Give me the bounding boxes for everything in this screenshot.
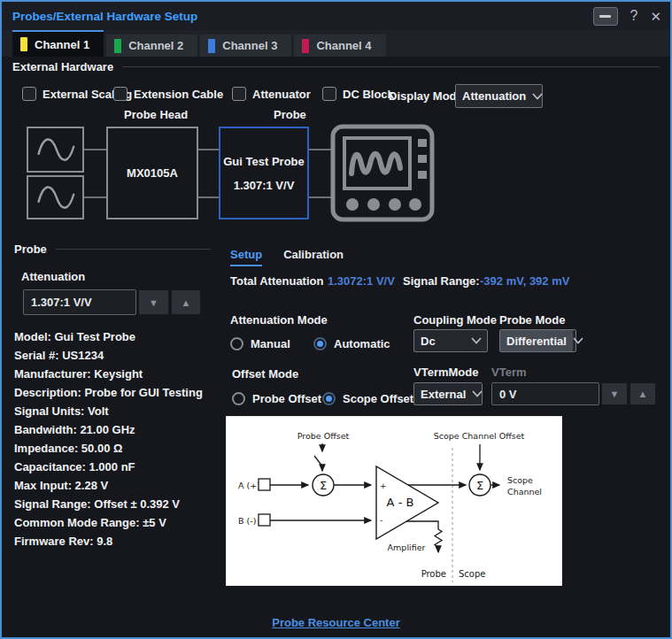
tab-channel-2-label: Channel 2: [128, 39, 183, 52]
attenuation-field[interactable]: 1.307:1 V/V: [23, 289, 136, 315]
close-button[interactable]: ✕: [650, 10, 661, 23]
window-controls: ? ✕: [593, 7, 661, 26]
help-button[interactable]: ?: [630, 9, 638, 23]
dialog-title: Probes/External Hardware Setup: [12, 10, 197, 23]
channel-2-color-chip: [114, 39, 121, 53]
minus-terminal: -: [380, 516, 382, 525]
signal-source-2: [27, 175, 84, 219]
channel-tabstrip: Channel 1 Channel 2 Channel 3 Channel 4: [2, 30, 670, 57]
minimize-button[interactable]: [593, 7, 618, 26]
vterm-spinner: 0 V ▼ ▲: [491, 382, 656, 405]
plus-terminal: +: [380, 481, 387, 490]
external-scaling-checkbox[interactable]: [22, 87, 36, 101]
vterm-decrement-button[interactable]: ▼: [601, 382, 628, 405]
attenuation-label: Attenuation: [21, 270, 85, 283]
probe-box[interactable]: Gui Test Probe 1.307:1 V/V: [219, 127, 309, 219]
chevron-down-icon: [466, 330, 487, 351]
chevron-down-icon: [472, 383, 483, 404]
dc-block-checkbox[interactable]: [322, 87, 336, 101]
channel-1-color-chip: [20, 37, 27, 51]
probe-offset-label: Probe Offset: [252, 392, 321, 405]
sigma-symbol: Σ: [320, 479, 327, 492]
chevron-down-icon: [532, 85, 543, 107]
region-scope-label: Scope: [459, 569, 485, 579]
probe-info-panel: Probe Attenuation 1.307:1 V/V ▼ ▲ Model:…: [12, 243, 212, 256]
info-common-mode-range: Common Mode Range: ±5 V: [14, 513, 203, 532]
tab-setup[interactable]: Setup: [230, 248, 262, 266]
info-bandwidth: Bandwidth: 21.00 GHz: [14, 420, 203, 439]
probe-resource-center-link[interactable]: Probe Resource Center: [272, 616, 400, 629]
attenuator-checkbox[interactable]: [232, 87, 246, 101]
oscilloscope-icon: [329, 124, 442, 223]
probe-head-model: MX0105A: [127, 166, 178, 180]
checkbox-dc-block[interactable]: DC Block: [322, 87, 394, 101]
info-signal-units: Signal Units: Volt: [14, 402, 203, 420]
probe-section-header: Probe: [14, 243, 211, 256]
tab-channel-4-label: Channel 4: [316, 39, 371, 52]
total-attenuation-label: Total Attenuation: [230, 274, 323, 288]
vterm-mode-dropdown[interactable]: External: [413, 382, 483, 405]
probe-mode-label: Probe Mode: [499, 313, 565, 327]
titlebar: Probes/External Hardware Setup ? ✕: [2, 2, 670, 30]
probe-info-list: Model: Gui Test Probe Serial #: US1234 M…: [14, 327, 203, 550]
probe-head-label: Probe Head: [124, 108, 188, 121]
input-a-label: A (+): [238, 481, 260, 490]
sine-wave-icon: [33, 179, 79, 216]
manual-label: Manual: [251, 337, 290, 350]
coupling-mode-dropdown[interactable]: Dc: [413, 329, 488, 352]
probe-mode-value: Differential: [500, 330, 573, 351]
tab-channel-2[interactable]: Channel 2: [106, 35, 197, 57]
scope-channel-caption-2: Channel: [507, 487, 542, 497]
info-model: Model: Gui Test Probe: [14, 327, 203, 346]
coupling-mode-label: Coupling Mode: [413, 313, 497, 327]
checkbox-attenuator[interactable]: Attenuator: [232, 87, 311, 101]
tab-channel-3[interactable]: Channel 3: [200, 35, 291, 57]
display-mode-label: Display Mode: [389, 89, 463, 103]
radio-automatic[interactable]: Automatic: [313, 337, 390, 350]
scope-offset-radio-circle: [322, 392, 336, 405]
connector: [198, 149, 219, 150]
vterm-field[interactable]: 0 V: [491, 382, 599, 405]
tab-channel-4[interactable]: Channel 4: [294, 35, 385, 57]
probe-offset-radio-circle: [232, 392, 245, 405]
display-mode-dropdown[interactable]: Attenuation: [455, 84, 543, 108]
radio-probe-offset[interactable]: Probe Offset: [232, 392, 321, 405]
signal-range-value: -392 mV, 392 mV: [480, 274, 569, 288]
probe-label: Probe: [274, 108, 306, 121]
info-description: Description: Probe for GUI Testing: [14, 383, 203, 402]
manual-radio-circle: [230, 337, 243, 350]
probe-mode-dropdown[interactable]: Differential: [499, 329, 576, 352]
coupling-mode-value: Dc: [414, 330, 466, 351]
divider: [122, 66, 660, 67]
input-b-label: B (-): [238, 516, 256, 526]
tab-channel-1[interactable]: Channel 1: [12, 30, 104, 57]
sigma-symbol: Σ: [476, 479, 483, 492]
tab-calibration[interactable]: Calibration: [283, 248, 344, 266]
amplifier-caption: Amplifier: [388, 543, 426, 552]
radio-manual[interactable]: Manual: [230, 337, 290, 350]
radio-scope-offset[interactable]: Scope Offset: [322, 392, 413, 405]
attenuation-spinner: 1.307:1 V/V ▼ ▲: [23, 289, 201, 315]
signal-range-label: Signal Range:: [403, 274, 480, 288]
attenuation-increment-button[interactable]: ▲: [171, 289, 201, 315]
scope-channel-offset-caption: Scope Channel Offset: [434, 431, 525, 441]
external-hardware-title: External Hardware: [12, 60, 113, 73]
attenuation-decrement-button[interactable]: ▼: [138, 289, 169, 315]
setup-tabbar: Setup Calibration: [230, 248, 344, 266]
vterm-label: VTerm: [491, 366, 527, 379]
extension-cable-label: Extension Cable: [134, 88, 223, 101]
probe-head-box[interactable]: MX0105A: [106, 127, 198, 219]
external-hardware-section-header: External Hardware: [12, 60, 660, 73]
amplifier-formula: A - B: [387, 496, 414, 509]
extension-cable-checkbox[interactable]: [113, 87, 127, 101]
vterm-increment-button[interactable]: ▲: [630, 382, 656, 405]
checkbox-extension-cable[interactable]: Extension Cable: [113, 87, 223, 101]
dc-block-label: DC Block: [343, 88, 394, 101]
info-signal-range: Signal Range: Offset ± 0.392 V: [14, 495, 203, 513]
probe-offset-caption: Probe Offset: [297, 431, 350, 441]
automatic-radio-circle: [313, 337, 327, 350]
connector: [309, 196, 331, 198]
connector: [309, 149, 331, 150]
offset-block-diagram: Probe Offset A (+) Σ B (-) + - A - B Amp…: [226, 416, 562, 586]
channel-3-color-chip: [208, 39, 215, 53]
